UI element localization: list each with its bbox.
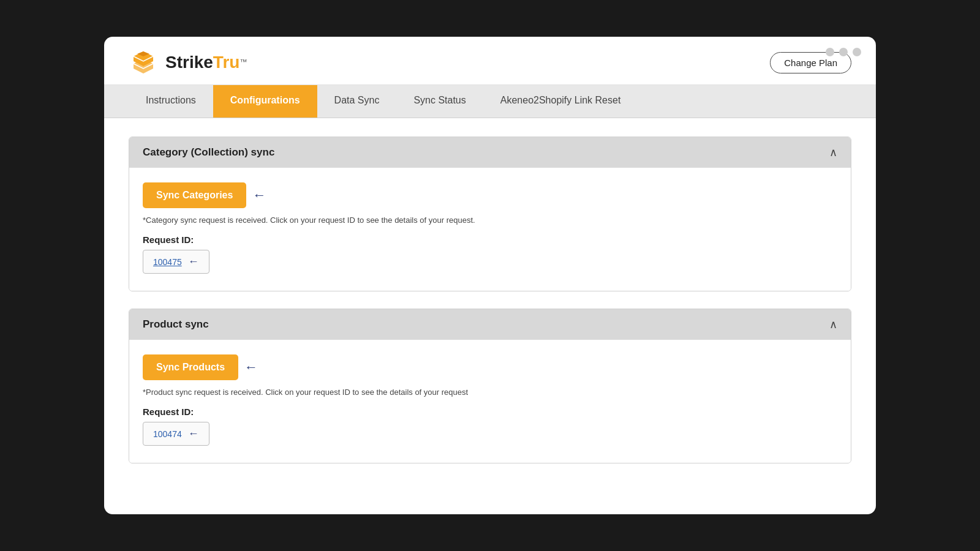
category-sync-btn-row: Sync Categories ← (143, 182, 837, 208)
category-sync-chevron-icon[interactable]: ∧ (829, 146, 837, 159)
product-sync-section: Product sync ∧ Sync Products ← *Product … (129, 309, 851, 463)
tab-configurations[interactable]: Configurations (213, 85, 317, 118)
logo-area: StrikeTru™ (129, 48, 247, 77)
logo-text: StrikeTru™ (165, 53, 247, 72)
main-content: Category (Collection) sync ∧ Sync Catego… (104, 118, 876, 499)
product-sync-title: Product sync (143, 318, 209, 331)
sync-categories-button[interactable]: Sync Categories (143, 182, 246, 208)
category-sync-header: Category (Collection) sync ∧ (129, 137, 851, 168)
product-sync-btn-row: Sync Products ← (143, 354, 837, 380)
header: StrikeTru™ Change Plan (104, 37, 876, 85)
sync-products-button[interactable]: Sync Products (143, 354, 238, 380)
tab-data-sync[interactable]: Data Sync (317, 85, 397, 118)
app-window: StrikeTru™ Change Plan Instructions Conf… (104, 37, 876, 514)
category-request-id-box[interactable]: 100475 ← (143, 250, 209, 274)
product-sync-header: Product sync ∧ (129, 309, 851, 340)
window-dot-1 (826, 48, 834, 56)
category-sync-notice: *Category sync request is received. Clic… (143, 216, 837, 225)
window-dot-2 (839, 48, 848, 56)
category-sync-title: Category (Collection) sync (143, 146, 274, 159)
category-request-id-link[interactable]: 100475 (153, 257, 182, 267)
category-request-id-label: Request ID: (143, 234, 837, 245)
window-controls (826, 48, 861, 56)
sync-categories-arrow-icon: ← (252, 187, 266, 203)
sync-products-arrow-icon: ← (244, 359, 258, 375)
category-sync-section: Category (Collection) sync ∧ Sync Catego… (129, 137, 851, 291)
product-request-id-box[interactable]: 100474 ← (143, 422, 209, 446)
product-sync-body: Sync Products ← *Product sync request is… (129, 340, 851, 463)
tab-link-reset[interactable]: Akeneo2Shopify Link Reset (483, 85, 638, 118)
tab-sync-status[interactable]: Sync Status (396, 85, 483, 118)
nav-tabs: Instructions Configurations Data Sync Sy… (104, 85, 876, 118)
window-dot-3 (853, 48, 861, 56)
logo-icon (129, 48, 158, 77)
category-request-id-arrow-icon: ← (188, 255, 199, 268)
category-sync-body: Sync Categories ← *Category sync request… (129, 168, 851, 291)
product-request-id-arrow-icon: ← (188, 427, 199, 440)
product-request-id-value: 100474 (153, 429, 182, 439)
tab-instructions[interactable]: Instructions (129, 85, 213, 118)
product-request-id-label: Request ID: (143, 407, 837, 417)
product-sync-notice: *Product sync request is received. Click… (143, 388, 837, 397)
product-sync-chevron-icon[interactable]: ∧ (829, 318, 837, 331)
